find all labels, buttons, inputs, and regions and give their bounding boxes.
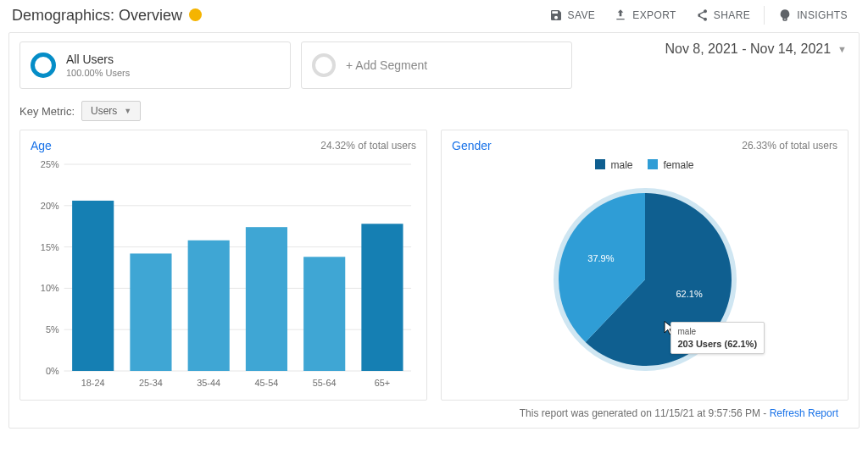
chevron-down-icon: ▼ bbox=[837, 44, 847, 54]
refresh-report-link[interactable]: Refresh Report bbox=[770, 407, 838, 419]
svg-rect-20 bbox=[303, 257, 345, 371]
gender-legend: male female bbox=[595, 159, 693, 171]
report-footer: This report was generated on 11/15/21 at… bbox=[19, 401, 849, 423]
gender-title[interactable]: Gender bbox=[452, 139, 492, 152]
age-bar-chart: 0%5%10%15%20%25%18-2425-3435-4445-5455-6… bbox=[31, 156, 416, 393]
gender-card: Gender 26.33% of total users male female… bbox=[441, 130, 849, 401]
segment-ring-icon bbox=[31, 53, 56, 78]
export-icon bbox=[614, 8, 627, 22]
svg-text:25%: 25% bbox=[41, 159, 59, 169]
svg-rect-22 bbox=[361, 224, 403, 371]
age-card: Age 24.32% of total users 0%5%10%15%20%2… bbox=[19, 130, 427, 401]
key-metric-value: Users bbox=[91, 105, 117, 117]
svg-text:25-34: 25-34 bbox=[139, 378, 163, 388]
svg-rect-12 bbox=[72, 201, 114, 371]
legend-male: male bbox=[595, 159, 632, 171]
svg-rect-16 bbox=[188, 241, 230, 371]
date-range-picker[interactable]: Nov 8, 2021 - Nov 14, 2021 ▼ bbox=[665, 41, 849, 57]
svg-rect-18 bbox=[246, 227, 287, 371]
svg-text:18-24: 18-24 bbox=[81, 378, 105, 388]
svg-text:5%: 5% bbox=[46, 324, 59, 335]
save-label: SAVE bbox=[568, 9, 596, 21]
svg-text:45-54: 45-54 bbox=[255, 378, 279, 388]
add-segment-ring-icon bbox=[312, 53, 336, 77]
key-metric-dropdown[interactable]: Users ▼ bbox=[81, 101, 141, 121]
segment-title: All Users bbox=[66, 53, 130, 66]
svg-text:35-44: 35-44 bbox=[197, 378, 220, 388]
legend-female: female bbox=[648, 159, 693, 171]
svg-text:37.9%: 37.9% bbox=[587, 253, 614, 263]
date-range-value: Nov 8, 2021 - Nov 14, 2021 bbox=[665, 41, 831, 57]
tooltip-line1: male bbox=[678, 326, 758, 338]
tooltip-line2: 203 Users (62.1%) bbox=[678, 338, 758, 351]
gender-pie-chart: 62.1%37.9% male 203 Users (62.1%) bbox=[543, 176, 747, 379]
svg-rect-14 bbox=[130, 253, 171, 371]
save-icon bbox=[549, 8, 563, 22]
save-button[interactable]: SAVE bbox=[541, 5, 604, 25]
export-button[interactable]: EXPORT bbox=[605, 5, 685, 25]
insights-icon bbox=[778, 8, 792, 22]
share-label: SHARE bbox=[714, 9, 750, 21]
chevron-down-icon: ▼ bbox=[124, 107, 131, 115]
svg-text:0%: 0% bbox=[46, 366, 59, 376]
svg-text:20%: 20% bbox=[41, 201, 59, 211]
report-panel: All Users 100.00% Users + Add Segment No… bbox=[8, 32, 860, 429]
page-title: Demographics: Overview bbox=[12, 7, 182, 25]
export-label: EXPORT bbox=[632, 9, 676, 21]
svg-text:65+: 65+ bbox=[375, 378, 390, 388]
age-note: 24.32% of total users bbox=[320, 140, 416, 152]
svg-text:55-64: 55-64 bbox=[313, 378, 337, 388]
gender-note: 26.33% of total users bbox=[742, 140, 837, 152]
age-title[interactable]: Age bbox=[31, 139, 52, 152]
add-segment-button[interactable]: + Add Segment bbox=[301, 41, 572, 89]
svg-text:10%: 10% bbox=[41, 283, 59, 293]
svg-text:62.1%: 62.1% bbox=[676, 289, 702, 299]
pie-tooltip: male 203 Users (62.1%) bbox=[670, 322, 765, 354]
footer-text: This report was generated on 11/15/21 at… bbox=[520, 407, 770, 419]
share-icon bbox=[695, 8, 709, 22]
add-segment-label: + Add Segment bbox=[346, 58, 427, 72]
insights-button[interactable]: INSIGHTS bbox=[770, 5, 856, 25]
svg-text:15%: 15% bbox=[41, 242, 59, 252]
verified-badge-icon bbox=[189, 8, 202, 21]
segment-subtitle: 100.00% Users bbox=[66, 68, 130, 78]
share-button[interactable]: SHARE bbox=[687, 5, 759, 25]
segment-all-users[interactable]: All Users 100.00% Users bbox=[19, 41, 291, 89]
insights-label: INSIGHTS bbox=[797, 9, 848, 21]
key-metric-label: Key Metric: bbox=[19, 105, 75, 118]
separator bbox=[764, 6, 765, 25]
